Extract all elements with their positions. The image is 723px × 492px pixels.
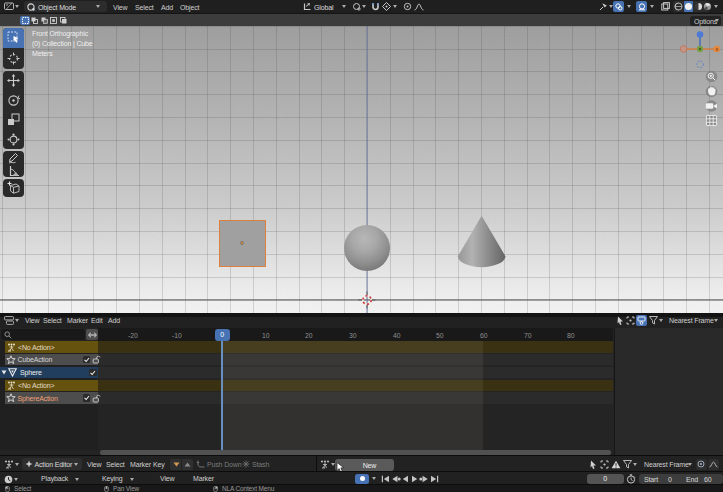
svg-text:x: x <box>715 46 718 52</box>
